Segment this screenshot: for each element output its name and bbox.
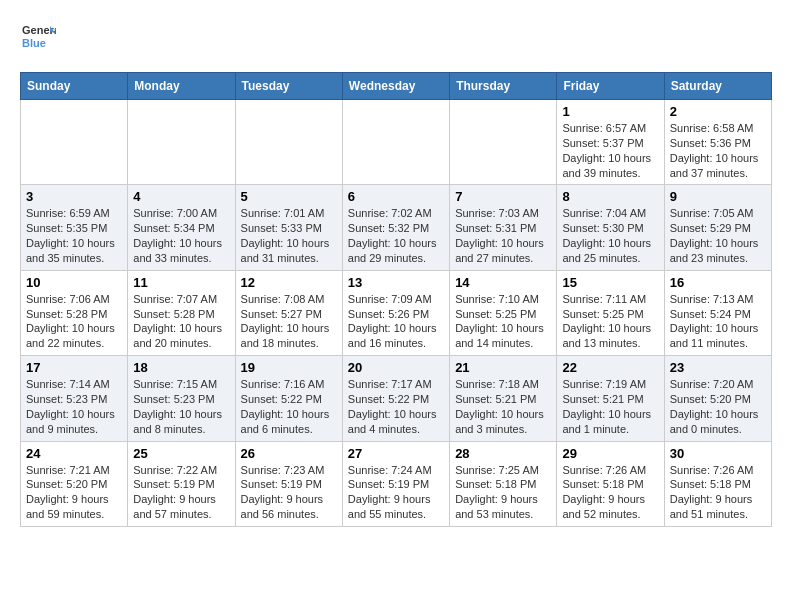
calendar-cell: 15Sunrise: 7:11 AM Sunset: 5:25 PM Dayli… <box>557 270 664 355</box>
day-info: Sunrise: 7:05 AM Sunset: 5:29 PM Dayligh… <box>670 206 766 265</box>
day-number: 2 <box>670 104 766 119</box>
day-info: Sunrise: 7:18 AM Sunset: 5:21 PM Dayligh… <box>455 377 551 436</box>
calendar-cell: 23Sunrise: 7:20 AM Sunset: 5:20 PM Dayli… <box>664 356 771 441</box>
day-number: 20 <box>348 360 444 375</box>
calendar-cell: 18Sunrise: 7:15 AM Sunset: 5:23 PM Dayli… <box>128 356 235 441</box>
day-number: 15 <box>562 275 658 290</box>
calendar-cell <box>342 100 449 185</box>
day-info: Sunrise: 7:07 AM Sunset: 5:28 PM Dayligh… <box>133 292 229 351</box>
calendar-cell: 25Sunrise: 7:22 AM Sunset: 5:19 PM Dayli… <box>128 441 235 526</box>
weekday-header-wednesday: Wednesday <box>342 73 449 100</box>
day-number: 18 <box>133 360 229 375</box>
calendar-cell: 16Sunrise: 7:13 AM Sunset: 5:24 PM Dayli… <box>664 270 771 355</box>
calendar-cell: 2Sunrise: 6:58 AM Sunset: 5:36 PM Daylig… <box>664 100 771 185</box>
day-info: Sunrise: 7:17 AM Sunset: 5:22 PM Dayligh… <box>348 377 444 436</box>
day-info: Sunrise: 7:25 AM Sunset: 5:18 PM Dayligh… <box>455 463 551 522</box>
day-number: 9 <box>670 189 766 204</box>
calendar-cell <box>450 100 557 185</box>
week-row-1: 1Sunrise: 6:57 AM Sunset: 5:37 PM Daylig… <box>21 100 772 185</box>
day-number: 26 <box>241 446 337 461</box>
calendar-cell: 1Sunrise: 6:57 AM Sunset: 5:37 PM Daylig… <box>557 100 664 185</box>
calendar-cell: 3Sunrise: 6:59 AM Sunset: 5:35 PM Daylig… <box>21 185 128 270</box>
day-number: 25 <box>133 446 229 461</box>
day-number: 10 <box>26 275 122 290</box>
calendar-cell: 27Sunrise: 7:24 AM Sunset: 5:19 PM Dayli… <box>342 441 449 526</box>
day-info: Sunrise: 7:20 AM Sunset: 5:20 PM Dayligh… <box>670 377 766 436</box>
day-info: Sunrise: 7:11 AM Sunset: 5:25 PM Dayligh… <box>562 292 658 351</box>
day-number: 21 <box>455 360 551 375</box>
page-header: General Blue <box>20 20 772 56</box>
weekday-header-monday: Monday <box>128 73 235 100</box>
day-number: 4 <box>133 189 229 204</box>
week-row-5: 24Sunrise: 7:21 AM Sunset: 5:20 PM Dayli… <box>21 441 772 526</box>
calendar-cell: 17Sunrise: 7:14 AM Sunset: 5:23 PM Dayli… <box>21 356 128 441</box>
day-info: Sunrise: 6:58 AM Sunset: 5:36 PM Dayligh… <box>670 121 766 180</box>
day-number: 28 <box>455 446 551 461</box>
week-row-3: 10Sunrise: 7:06 AM Sunset: 5:28 PM Dayli… <box>21 270 772 355</box>
day-info: Sunrise: 7:06 AM Sunset: 5:28 PM Dayligh… <box>26 292 122 351</box>
day-number: 8 <box>562 189 658 204</box>
calendar-cell: 30Sunrise: 7:26 AM Sunset: 5:18 PM Dayli… <box>664 441 771 526</box>
calendar-cell: 11Sunrise: 7:07 AM Sunset: 5:28 PM Dayli… <box>128 270 235 355</box>
day-number: 22 <box>562 360 658 375</box>
day-number: 3 <box>26 189 122 204</box>
day-info: Sunrise: 7:21 AM Sunset: 5:20 PM Dayligh… <box>26 463 122 522</box>
day-info: Sunrise: 7:01 AM Sunset: 5:33 PM Dayligh… <box>241 206 337 265</box>
day-info: Sunrise: 7:09 AM Sunset: 5:26 PM Dayligh… <box>348 292 444 351</box>
day-info: Sunrise: 7:15 AM Sunset: 5:23 PM Dayligh… <box>133 377 229 436</box>
day-info: Sunrise: 7:02 AM Sunset: 5:32 PM Dayligh… <box>348 206 444 265</box>
day-info: Sunrise: 7:23 AM Sunset: 5:19 PM Dayligh… <box>241 463 337 522</box>
day-info: Sunrise: 7:26 AM Sunset: 5:18 PM Dayligh… <box>562 463 658 522</box>
calendar-cell: 22Sunrise: 7:19 AM Sunset: 5:21 PM Dayli… <box>557 356 664 441</box>
day-number: 14 <box>455 275 551 290</box>
day-info: Sunrise: 7:10 AM Sunset: 5:25 PM Dayligh… <box>455 292 551 351</box>
calendar-cell: 6Sunrise: 7:02 AM Sunset: 5:32 PM Daylig… <box>342 185 449 270</box>
day-info: Sunrise: 7:14 AM Sunset: 5:23 PM Dayligh… <box>26 377 122 436</box>
day-info: Sunrise: 7:19 AM Sunset: 5:21 PM Dayligh… <box>562 377 658 436</box>
day-number: 11 <box>133 275 229 290</box>
calendar-cell: 20Sunrise: 7:17 AM Sunset: 5:22 PM Dayli… <box>342 356 449 441</box>
calendar-cell: 24Sunrise: 7:21 AM Sunset: 5:20 PM Dayli… <box>21 441 128 526</box>
calendar-cell: 9Sunrise: 7:05 AM Sunset: 5:29 PM Daylig… <box>664 185 771 270</box>
weekday-header-saturday: Saturday <box>664 73 771 100</box>
calendar-cell: 13Sunrise: 7:09 AM Sunset: 5:26 PM Dayli… <box>342 270 449 355</box>
calendar-cell: 21Sunrise: 7:18 AM Sunset: 5:21 PM Dayli… <box>450 356 557 441</box>
weekday-header-thursday: Thursday <box>450 73 557 100</box>
calendar-table: SundayMondayTuesdayWednesdayThursdayFrid… <box>20 72 772 527</box>
week-row-4: 17Sunrise: 7:14 AM Sunset: 5:23 PM Dayli… <box>21 356 772 441</box>
calendar-cell: 5Sunrise: 7:01 AM Sunset: 5:33 PM Daylig… <box>235 185 342 270</box>
day-number: 30 <box>670 446 766 461</box>
weekday-header-sunday: Sunday <box>21 73 128 100</box>
day-info: Sunrise: 6:59 AM Sunset: 5:35 PM Dayligh… <box>26 206 122 265</box>
day-number: 24 <box>26 446 122 461</box>
weekday-header-row: SundayMondayTuesdayWednesdayThursdayFrid… <box>21 73 772 100</box>
day-info: Sunrise: 7:16 AM Sunset: 5:22 PM Dayligh… <box>241 377 337 436</box>
day-number: 27 <box>348 446 444 461</box>
day-number: 7 <box>455 189 551 204</box>
day-info: Sunrise: 7:08 AM Sunset: 5:27 PM Dayligh… <box>241 292 337 351</box>
calendar-cell: 4Sunrise: 7:00 AM Sunset: 5:34 PM Daylig… <box>128 185 235 270</box>
day-info: Sunrise: 7:04 AM Sunset: 5:30 PM Dayligh… <box>562 206 658 265</box>
day-info: Sunrise: 7:00 AM Sunset: 5:34 PM Dayligh… <box>133 206 229 265</box>
logo-svg: General Blue <box>20 20 56 56</box>
day-number: 1 <box>562 104 658 119</box>
day-number: 16 <box>670 275 766 290</box>
calendar-cell: 26Sunrise: 7:23 AM Sunset: 5:19 PM Dayli… <box>235 441 342 526</box>
svg-text:Blue: Blue <box>22 37 46 49</box>
calendar-cell: 10Sunrise: 7:06 AM Sunset: 5:28 PM Dayli… <box>21 270 128 355</box>
weekday-header-tuesday: Tuesday <box>235 73 342 100</box>
day-number: 29 <box>562 446 658 461</box>
logo: General Blue <box>20 20 56 56</box>
day-info: Sunrise: 7:24 AM Sunset: 5:19 PM Dayligh… <box>348 463 444 522</box>
day-number: 6 <box>348 189 444 204</box>
calendar-cell <box>235 100 342 185</box>
day-number: 17 <box>26 360 122 375</box>
day-info: Sunrise: 7:26 AM Sunset: 5:18 PM Dayligh… <box>670 463 766 522</box>
day-info: Sunrise: 6:57 AM Sunset: 5:37 PM Dayligh… <box>562 121 658 180</box>
week-row-2: 3Sunrise: 6:59 AM Sunset: 5:35 PM Daylig… <box>21 185 772 270</box>
calendar-cell: 8Sunrise: 7:04 AM Sunset: 5:30 PM Daylig… <box>557 185 664 270</box>
calendar-cell: 12Sunrise: 7:08 AM Sunset: 5:27 PM Dayli… <box>235 270 342 355</box>
calendar-cell: 14Sunrise: 7:10 AM Sunset: 5:25 PM Dayli… <box>450 270 557 355</box>
day-number: 12 <box>241 275 337 290</box>
calendar-cell: 29Sunrise: 7:26 AM Sunset: 5:18 PM Dayli… <box>557 441 664 526</box>
